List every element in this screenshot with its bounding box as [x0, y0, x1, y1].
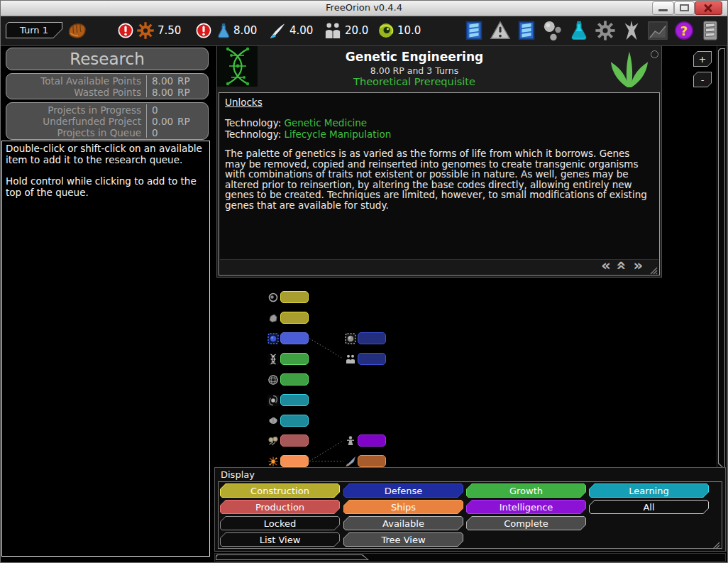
- button-label: Available: [343, 516, 463, 530]
- filter-growth-button[interactable]: Growth: [466, 483, 586, 498]
- button-label: Production: [220, 500, 340, 514]
- pedia-button[interactable]: ?: [673, 19, 695, 42]
- button-label: Complete: [466, 516, 586, 530]
- filter-ships-button[interactable]: Ships: [343, 500, 463, 514]
- fist-icon: [65, 19, 89, 42]
- alerts-button[interactable]: [490, 19, 511, 42]
- menu-button[interactable]: [700, 19, 721, 42]
- help-text-1: Double-click or shift-click on an availa…: [6, 143, 206, 165]
- toolbar-right-buttons: ?: [463, 19, 721, 42]
- unlock-entry: Technology: Genetic Medicine: [225, 117, 367, 129]
- defense-tech-node[interactable]: [358, 332, 386, 344]
- learning-tech-node[interactable]: [280, 394, 309, 406]
- filter-list-view-button[interactable]: List View: [220, 532, 340, 547]
- filter-all-button[interactable]: All: [589, 500, 709, 514]
- bells-tech-icon: [268, 435, 279, 447]
- galaxy-tech-icon: [268, 395, 279, 406]
- tech-detail-panel: Genetic Engineering 8.00 RP and 3 Turns …: [216, 45, 662, 278]
- button-label: All: [589, 500, 709, 514]
- trade-icon: [268, 22, 287, 40]
- stat-row: Projects in Queue 0: [6, 127, 208, 138]
- filter-construction-button[interactable]: Construction: [220, 483, 340, 498]
- unlock-prefix: Technology:: [225, 117, 281, 129]
- pin-toggle-icon[interactable]: [651, 50, 658, 58]
- tech-cost: 8.00 RP and 3 Turns: [260, 65, 569, 76]
- construction-tech-node[interactable]: [280, 291, 309, 303]
- filter-intelligence-button[interactable]: Intelligence: [466, 500, 586, 514]
- sitrep-button[interactable]: [463, 19, 485, 42]
- industry-value: 7.50: [158, 24, 181, 37]
- maximize-button[interactable]: [674, 1, 695, 15]
- defense-tech-node-selected[interactable]: [280, 332, 309, 344]
- unlock-link[interactable]: Genetic Medicine: [284, 117, 367, 129]
- turn-button[interactable]: Turn 1: [6, 22, 62, 38]
- help-text-2: Hold control while clicking to add to th…: [6, 176, 206, 198]
- stat-value: 0: [152, 104, 158, 116]
- toolbar: Turn 1 7.508.004.0020.010.0 ?: [0, 16, 728, 46]
- display-buttons-area: Construction Defense Growth Learning Pro…: [218, 481, 722, 549]
- nav-forward-icon[interactable]: »: [633, 257, 643, 274]
- design-button[interactable]: [621, 19, 642, 42]
- learning-tech-node[interactable]: [280, 415, 309, 427]
- growth-tech-node[interactable]: [280, 373, 309, 386]
- rock-tech-icon: [268, 312, 279, 324]
- happiness-indicator: 10.0: [377, 20, 421, 41]
- filter-production-button[interactable]: Production: [220, 500, 340, 514]
- alert-icon: [118, 23, 133, 38]
- filter-tree-view-button[interactable]: Tree View: [343, 532, 463, 547]
- window-title: FreeOrion v0.4.4: [0, 2, 728, 13]
- intelligence-tech-node[interactable]: [358, 434, 386, 447]
- production-tech-node[interactable]: [280, 434, 309, 447]
- pedia-navbar: « « »: [220, 259, 658, 274]
- globe-tech-icon: [268, 374, 279, 386]
- population-value: 20.0: [345, 24, 368, 37]
- button-label: Intelligence: [466, 500, 586, 514]
- nav-up-icon[interactable]: «: [612, 261, 632, 270]
- trade-value: 4.00: [289, 24, 313, 37]
- research-button[interactable]: [568, 19, 590, 42]
- vertical-scrollbar-thumb[interactable]: [718, 48, 725, 470]
- filter-complete-button[interactable]: Complete: [466, 516, 586, 530]
- objects-button[interactable]: [542, 19, 563, 42]
- zoom-out-label: -: [693, 72, 712, 87]
- zoom-in-label: +: [693, 51, 712, 67]
- research-indicator: 8.00: [196, 20, 257, 41]
- nav-back-icon[interactable]: «: [601, 257, 611, 274]
- horizontal-scrollbar[interactable]: [214, 553, 726, 562]
- filter-locked-button[interactable]: Locked: [220, 516, 340, 530]
- filter-learning-button[interactable]: Learning: [589, 483, 709, 498]
- growth-tech-node[interactable]: [280, 353, 309, 365]
- ships-tech-node[interactable]: [280, 455, 309, 467]
- production-button[interactable]: [595, 19, 616, 42]
- display-filter-panel: Display Construction Defense Growth Lear…: [214, 467, 726, 552]
- charts-button[interactable]: [647, 19, 668, 42]
- research-sidebar: Research Total Available Points 8.00 RP …: [1, 45, 211, 558]
- defense-tech-node[interactable]: [358, 353, 386, 365]
- resize-grip-icon[interactable]: [650, 266, 658, 273]
- burst-tech-icon: [268, 456, 279, 467]
- filter-available-button[interactable]: Available: [343, 516, 463, 530]
- ships-tech-node[interactable]: [358, 455, 386, 467]
- research-value: 8.00: [233, 24, 257, 37]
- shieldblue-tech-icon: [268, 333, 279, 344]
- alert-icon: [196, 23, 211, 38]
- horizontal-scrollbar-thumb[interactable]: [216, 554, 369, 560]
- construction-tech-node[interactable]: [280, 312, 309, 324]
- tree-zoom-out-button[interactable]: -: [693, 72, 712, 87]
- tree-zoom-in-button[interactable]: +: [693, 51, 712, 67]
- button-label: Growth: [466, 483, 586, 498]
- happiness-icon: [377, 22, 395, 39]
- unlock-link[interactable]: Lifecycle Manipulation: [284, 129, 391, 140]
- stat-row: Underfunded Project 0.00 RP: [6, 116, 208, 127]
- queue-button[interactable]: [516, 19, 537, 42]
- trade-indicator: 4.00: [268, 20, 313, 41]
- research-panel-title: Research: [6, 48, 209, 70]
- minimize-button[interactable]: [652, 1, 674, 15]
- button-label: Construction: [220, 483, 340, 498]
- freeorion-window: { "window": { "title": "FreeOrion v0.4.4…: [0, 0, 728, 563]
- filter-defense-button[interactable]: Defense: [343, 483, 463, 498]
- resize-grip-icon[interactable]: [712, 539, 720, 547]
- close-button[interactable]: [695, 1, 722, 15]
- population-icon: [324, 21, 342, 40]
- research-icon: [214, 21, 231, 40]
